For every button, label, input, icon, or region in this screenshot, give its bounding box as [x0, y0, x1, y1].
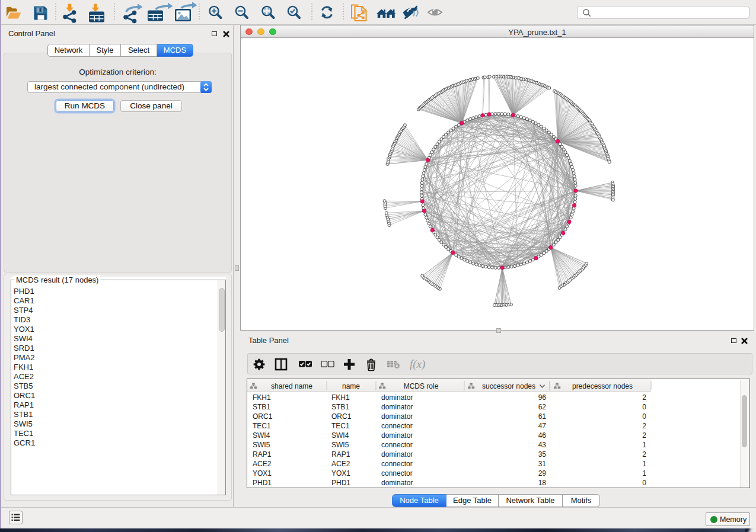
svg-text:f(x): f(x) — [410, 358, 425, 371]
